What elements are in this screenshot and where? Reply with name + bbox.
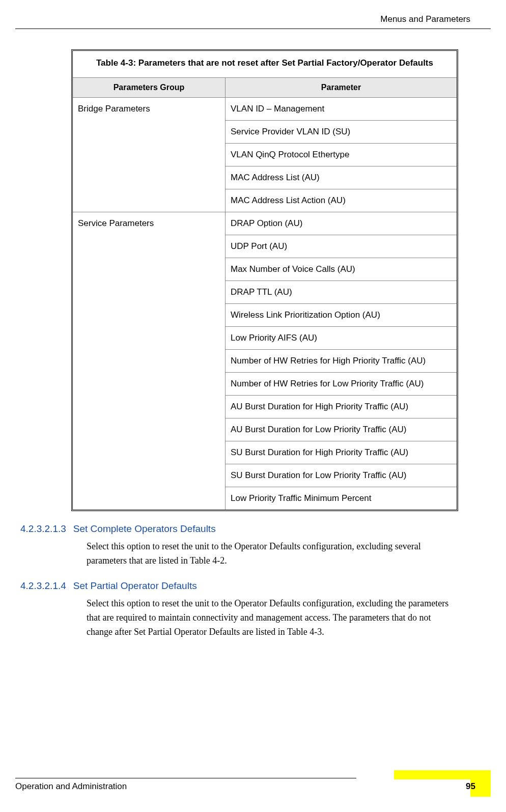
parameter-item: MAC Address List (AU) [226,166,457,189]
parameter-item: Service Provider VLAN ID (SU) [226,121,457,144]
sections-container: 4.2.3.2.1.3Set Complete Operators Defaul… [20,523,486,639]
section-title: Set Complete Operators Defaults [73,523,216,535]
group-name-cell: Bridge Parameters [73,98,226,212]
parameter-item: VLAN QinQ Protocol Ethertype [226,144,457,166]
parameter-item: MAC Address List Action (AU) [226,189,457,212]
highlight-decoration [394,770,491,779]
parameters-cell: VLAN ID – ManagementService Provider VLA… [226,98,457,212]
section-number: 4.2.3.2.1.3 [20,523,66,535]
page-header: Menus and Parameters [15,0,491,29]
parameter-item: VLAN ID – Management [226,98,457,121]
footer-divider [15,778,356,778]
parameter-item: Max Number of Voice Calls (AU) [226,258,457,281]
parameter-item: SU Burst Duration for High Priority Traf… [226,441,457,464]
page-footer: Operation and Administration 95 [15,778,491,792]
table-header-row: Parameters Group Parameter [73,77,457,98]
section-number: 4.2.3.2.1.4 [20,580,66,592]
section-heading: 4.2.3.2.1.3Set Complete Operators Defaul… [20,523,486,535]
parameter-item: AU Burst Duration for High Priority Traf… [226,396,457,418]
parameter-item: Low Priority Traffic Minimum Percent [226,487,457,510]
table-caption: Table 4-3: Parameters that are not reset… [73,51,457,77]
table-body: Bridge ParametersVLAN ID – ManagementSer… [73,98,457,510]
parameter-item: SU Burst Duration for Low Priority Traff… [226,464,457,487]
parameter-item: AU Burst Duration for Low Priority Traff… [226,418,457,441]
parameter-item: Low Priority AIFS (AU) [226,327,457,350]
section-body: Select this option to reset the unit to … [87,597,453,639]
parameters-cell: DRAP Option (AU)UDP Port (AU)Max Number … [226,212,457,510]
group-name-cell: Service Parameters [73,212,226,510]
column-header-group: Parameters Group [73,77,226,98]
page-content: Table 4-3: Parameters that are not reset… [0,29,506,639]
section-body: Select this option to reset the unit to … [87,540,453,568]
parameter-item: DRAP TTL (AU) [226,281,457,304]
breadcrumb: Menus and Parameters [380,14,470,24]
section-title: Set Partial Operator Defaults [73,580,197,592]
parameters-table: Table 4-3: Parameters that are not reset… [71,49,458,511]
section-heading: 4.2.3.2.1.4Set Partial Operator Defaults [20,580,486,592]
parameter-item: UDP Port (AU) [226,235,457,258]
table-group-row: Bridge ParametersVLAN ID – ManagementSer… [73,98,457,212]
parameter-item: Number of HW Retries for Low Priority Tr… [226,373,457,396]
parameter-item: Number of HW Retries for High Priority T… [226,350,457,373]
table-group-row: Service ParametersDRAP Option (AU)UDP Po… [73,212,457,510]
page-number: 95 [466,781,475,792]
parameter-item: Wireless Link Prioritization Option (AU) [226,304,457,327]
parameter-item: DRAP Option (AU) [226,212,457,235]
column-header-parameter: Parameter [226,77,457,98]
footer-label: Operation and Administration [15,781,491,792]
